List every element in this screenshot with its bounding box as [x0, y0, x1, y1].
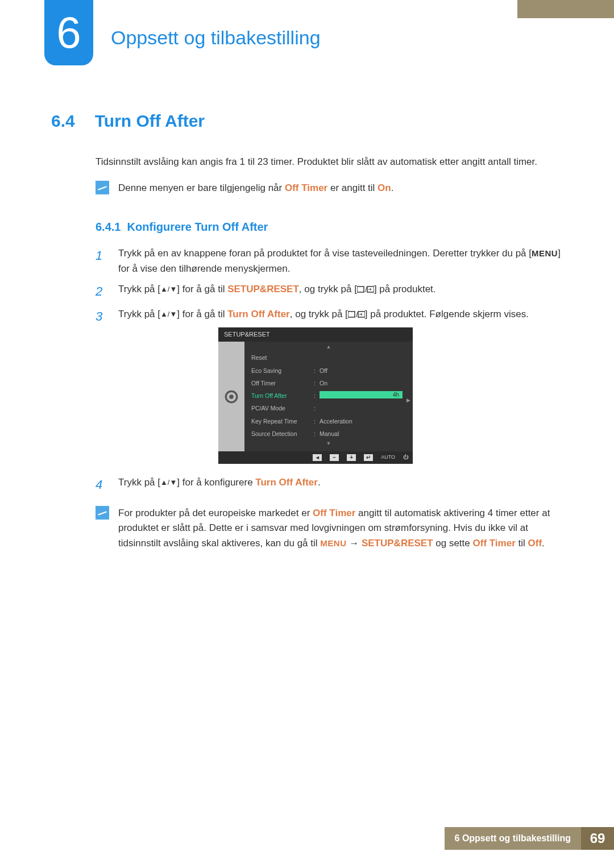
note-2: For produkter på det europeiske markedet…: [96, 506, 563, 551]
subsection-number: 6.4.1: [96, 221, 121, 233]
highlight: Off Timer: [285, 182, 327, 193]
subsection: 6.4.1 Konfigurere Turn Off After 1 Trykk…: [96, 218, 563, 495]
osd-value: [320, 404, 406, 413]
up-down-icon: ▲/▼: [160, 285, 177, 293]
text: Trykk på en av knappene foran på produkt…: [118, 248, 532, 259]
osd-slider: 4h: [320, 391, 403, 398]
osd-value: Off: [320, 366, 406, 375]
text: , og trykk på [: [290, 309, 348, 319]
osd-label: Eco Saving: [251, 366, 314, 375]
step-number: 4: [96, 475, 108, 495]
text: er angitt til: [327, 182, 377, 193]
menu-label: MENU: [532, 248, 558, 258]
step-3: 3 Trykk på [▲/▼] for å gå til Turn Off A…: [96, 307, 563, 470]
highlight: Off: [528, 538, 542, 549]
osd-value: On: [320, 379, 406, 388]
up-arrow-icon: ▲: [244, 343, 413, 351]
osd-row-highlighted: Turn Off After:4h: [244, 389, 413, 402]
osd-label: Reset: [251, 353, 314, 362]
osd-row: Eco Saving:Off: [244, 364, 413, 377]
text: .: [391, 182, 394, 193]
osd-power-icon: ⏻: [403, 454, 408, 462]
text: ] på produktet. Følgende skjerm vises.: [365, 309, 529, 319]
up-down-icon: ▲/▼: [160, 310, 177, 318]
osd-gear-icon: [218, 342, 244, 451]
step-number: 1: [96, 246, 108, 276]
osd-row: Key Repeat Time:Acceleration: [244, 415, 413, 427]
subsection-title: Konfigurere Turn Off After: [127, 221, 268, 233]
note-icon: [96, 506, 109, 520]
arrow: →: [346, 538, 361, 549]
highlight: SETUP&RESET: [227, 284, 299, 294]
text: til: [516, 538, 528, 549]
step-2: 2 Trykk på [▲/▼] for å gå til SETUP&RESE…: [96, 282, 563, 301]
osd-footer: ◂ − + ↵ AUTO ⏻: [218, 451, 413, 464]
step-1: 1 Trykk på en av knappene foran på produ…: [96, 246, 563, 276]
highlight: Turn Off After: [255, 477, 318, 488]
svg-rect-0: [357, 286, 364, 292]
step-number: 3: [96, 307, 108, 470]
section-title: Turn Off After: [95, 108, 205, 135]
note-2-text: For produkter på det europeiske markedet…: [118, 506, 563, 551]
osd-enter-icon: ↵: [364, 454, 373, 461]
highlight: Off Timer: [313, 508, 355, 518]
chapter-title: Oppsett og tilbakestilling: [111, 23, 321, 53]
section-number: 6.4: [51, 108, 92, 135]
osd-plus-icon: +: [347, 454, 356, 461]
osd-label: PC/AV Mode: [251, 404, 314, 413]
source-enter-icon: /: [357, 285, 374, 295]
osd-value: 4h: [320, 391, 406, 400]
osd-minus-icon: −: [330, 454, 339, 461]
footer-chapter-label: 6 Oppsett og tilbakestilling: [445, 827, 581, 850]
text: ] for å gå til: [177, 284, 227, 294]
text: .: [318, 477, 321, 488]
osd-value: Manual: [320, 429, 406, 438]
osd-items: ▲ Reset Eco Saving:Off Off Timer:On Turn…: [244, 342, 413, 451]
osd-value: Acceleration: [320, 417, 406, 426]
footer-page-number: 69: [581, 827, 614, 850]
page-footer: 6 Oppsett og tilbakestilling 69: [445, 827, 614, 850]
step-number: 2: [96, 282, 108, 301]
osd-row: Off Timer:On: [244, 377, 413, 389]
osd-auto-label: AUTO: [381, 454, 395, 462]
text: .: [542, 538, 545, 549]
svg-rect-3: [348, 312, 355, 317]
text: Denne menyen er bare tilgjengelig når: [118, 182, 285, 193]
svg-point-7: [229, 394, 234, 399]
osd-header: SETUP&RESET: [218, 327, 413, 342]
text: ] på produktet.: [374, 284, 436, 294]
note-1-text: Denne menyen er bare tilgjengelig når Of…: [118, 181, 563, 196]
highlight: Off Timer: [473, 538, 516, 549]
source-enter-icon: /: [348, 310, 365, 320]
page-content: 6.4 Turn Off After Tidsinnstilt avslåing…: [51, 108, 563, 551]
note-1: Denne menyen er bare tilgjengelig når Of…: [96, 181, 563, 196]
steps-list: 1 Trykk på en av knappene foran på produ…: [96, 246, 563, 495]
highlight: MENU: [320, 538, 346, 548]
osd-screenshot: SETUP&RESET ▲ Reset Eco Saving:Off Off T…: [218, 327, 413, 464]
highlight: On: [377, 182, 391, 193]
osd-row: PC/AV Mode:: [244, 402, 413, 414]
osd-value: [320, 353, 406, 362]
text: Trykk på [: [118, 284, 160, 294]
header-accent-bar: [517, 0, 614, 18]
text: ] for å konfigurere: [177, 477, 255, 488]
highlight: SETUP&RESET: [362, 538, 433, 549]
text: og sette: [433, 538, 473, 549]
text: Trykk på [: [118, 309, 160, 319]
osd-row: Reset: [244, 351, 413, 364]
right-arrow-icon: ▶: [406, 397, 410, 405]
note-icon: [96, 181, 109, 194]
highlight: Turn Off After: [227, 309, 290, 319]
step-4: 4 Trykk på [▲/▼] for å konfigurere Turn …: [96, 475, 563, 495]
up-down-icon: ▲/▼: [160, 478, 177, 487]
text: ] for å gå til: [177, 309, 227, 319]
chapter-number-badge: 6: [44, 0, 93, 65]
osd-row: Source Detection:Manual: [244, 427, 413, 440]
osd-back-icon: ◂: [313, 454, 322, 461]
text: For produkter på det europeiske markedet…: [118, 508, 313, 518]
osd-label: Key Repeat Time: [251, 417, 314, 426]
section-intro: Tidsinnstilt avslåing kan angis fra 1 ti…: [96, 155, 563, 169]
osd-label: Source Detection: [251, 429, 314, 438]
text: Trykk på [: [118, 477, 160, 488]
text: , og trykk på [: [299, 284, 357, 294]
